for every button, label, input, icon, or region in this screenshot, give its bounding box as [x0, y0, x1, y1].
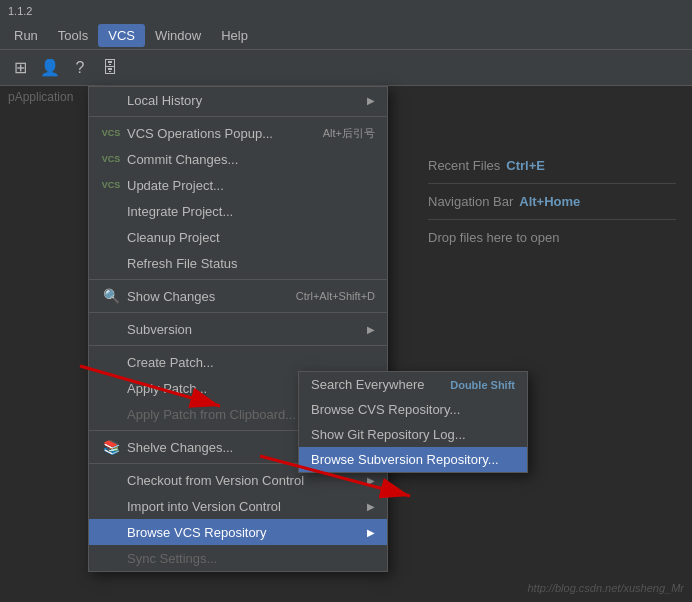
apply-patch-icon — [101, 380, 121, 396]
refresh-icon — [101, 255, 121, 271]
menu-tools[interactable]: Tools — [48, 24, 98, 47]
title-bar: 1.1.2 — [0, 0, 692, 22]
browse-arrow-icon: ▶ — [367, 527, 375, 538]
menu-help[interactable]: Help — [211, 24, 258, 47]
search-everywhere-shortcut: Double Shift — [430, 379, 515, 391]
toolbar: ⊞ 👤 ? 🗄 — [0, 50, 692, 86]
person-icon[interactable]: 👤 — [38, 56, 62, 80]
menu-subversion[interactable]: Subversion ▶ — [89, 316, 387, 342]
question-icon[interactable]: ? — [68, 56, 92, 80]
subversion-icon — [101, 321, 121, 337]
integrate-icon — [101, 203, 121, 219]
menu-local-history[interactable]: Local History ▶ — [89, 87, 387, 113]
hint-drop-files: Drop files here to open — [428, 230, 676, 245]
menu-show-changes[interactable]: 🔍 Show Changes Ctrl+Alt+Shift+D — [89, 283, 387, 309]
local-history-icon — [101, 92, 121, 108]
drop-files-label: Drop files here to open — [428, 230, 560, 245]
menu-commit-changes[interactable]: VCS Commit Changes... — [89, 146, 387, 172]
arrow-icon: ▶ — [367, 95, 375, 106]
import-icon — [101, 498, 121, 514]
nav-bar-key: Alt+Home — [519, 194, 580, 209]
menu-vcs-ops-popup[interactable]: VCS VCS Operations Popup... Alt+后引号 — [89, 120, 387, 146]
update-icon: VCS — [101, 177, 121, 193]
grid-icon[interactable]: ⊞ — [8, 56, 32, 80]
menu-update-project[interactable]: VCS Update Project... — [89, 172, 387, 198]
watermark: http://blog.csdn.net/xusheng_Mr — [527, 582, 684, 594]
changes-icon: 🔍 — [101, 288, 121, 304]
right-panel: Recent Files Ctrl+E Navigation Bar Alt+H… — [412, 86, 692, 602]
app-label: pApplication — [0, 86, 81, 108]
shelve-icon: 📚 — [101, 439, 121, 455]
clipboard-icon — [101, 406, 121, 422]
menu-cleanup-project[interactable]: Cleanup Project — [89, 224, 387, 250]
vcs-ops-icon: VCS — [101, 125, 121, 141]
hint-recent-files: Recent Files Ctrl+E — [428, 158, 676, 173]
nav-bar-label: Navigation Bar — [428, 194, 513, 209]
show-changes-shortcut: Ctrl+Alt+Shift+D — [276, 290, 375, 302]
sync-icon — [101, 550, 121, 566]
cleanup-icon — [101, 229, 121, 245]
menu-browse-cvs[interactable]: Browse CVS Repository... — [299, 397, 527, 422]
hint-nav-bar: Navigation Bar Alt+Home — [428, 194, 676, 209]
hint-divider-2 — [428, 219, 676, 220]
subversion-arrow-icon: ▶ — [367, 324, 375, 335]
checkout-arrow-icon: ▶ — [367, 475, 375, 486]
checkout-icon — [101, 472, 121, 488]
menu-window[interactable]: Window — [145, 24, 211, 47]
browse-vcs-submenu: Search Everywhere Double Shift Browse CV… — [298, 371, 528, 473]
divider-1 — [89, 116, 387, 117]
vcs-menu: Local History ▶ VCS VCS Operations Popup… — [88, 86, 388, 572]
title-text: 1.1.2 — [8, 5, 32, 17]
recent-files-key: Ctrl+E — [506, 158, 545, 173]
vcs-ops-shortcut: Alt+后引号 — [303, 126, 375, 141]
main-area: pApplication Local History ▶ VCS VCS Ope… — [0, 86, 692, 602]
hint-divider-1 — [428, 183, 676, 184]
menu-sync-settings[interactable]: Sync Settings... — [89, 545, 387, 571]
menu-browse-vcs[interactable]: Browse VCS Repository ▶ — [89, 519, 387, 545]
menu-refresh-file-status[interactable]: Refresh File Status — [89, 250, 387, 276]
menu-search-everywhere[interactable]: Search Everywhere Double Shift — [299, 372, 527, 397]
divider-4 — [89, 345, 387, 346]
menu-show-git-log[interactable]: Show Git Repository Log... — [299, 422, 527, 447]
menu-integrate-project[interactable]: Integrate Project... — [89, 198, 387, 224]
database-icon[interactable]: 🗄 — [98, 56, 122, 80]
browse-icon — [101, 524, 121, 540]
menu-vcs[interactable]: VCS — [98, 24, 145, 47]
recent-files-label: Recent Files — [428, 158, 500, 173]
import-arrow-icon: ▶ — [367, 501, 375, 512]
menu-browse-svn[interactable]: Browse Subversion Repository... — [299, 447, 527, 472]
menu-import-vcs[interactable]: Import into Version Control ▶ — [89, 493, 387, 519]
create-patch-icon — [101, 354, 121, 370]
menu-bar: Run Tools VCS Window Help — [0, 22, 692, 50]
divider-2 — [89, 279, 387, 280]
divider-3 — [89, 312, 387, 313]
commit-icon: VCS — [101, 151, 121, 167]
menu-run[interactable]: Run — [4, 24, 48, 47]
